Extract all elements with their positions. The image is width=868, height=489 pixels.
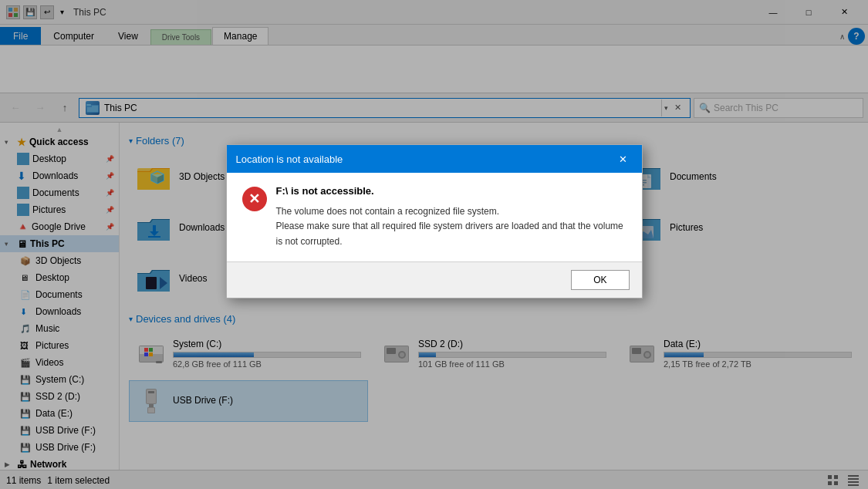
modal-footer: OK [227, 261, 642, 298]
modal-body: ✕ F:\ is not accessible. The volume does… [227, 173, 642, 261]
modal-close-button[interactable]: ✕ [614, 151, 633, 167]
modal-error-title: F:\ is not accessible. [276, 185, 627, 197]
modal-dialog: Location is not available ✕ ✕ F:\ is not… [226, 144, 643, 298]
error-icon: ✕ [242, 187, 267, 211]
modal-error-text: The volume does not contain a recognized… [276, 204, 627, 249]
modal-ok-button[interactable]: OK [571, 270, 629, 290]
modal-overlay: Location is not available ✕ ✕ F:\ is not… [0, 0, 868, 489]
modal-error-row: ✕ F:\ is not accessible. The volume does… [242, 185, 627, 249]
modal-title-text: Location is not available [236, 153, 343, 165]
modal-error-content: F:\ is not accessible. The volume does n… [276, 185, 627, 249]
modal-titlebar: Location is not available ✕ [227, 145, 642, 173]
